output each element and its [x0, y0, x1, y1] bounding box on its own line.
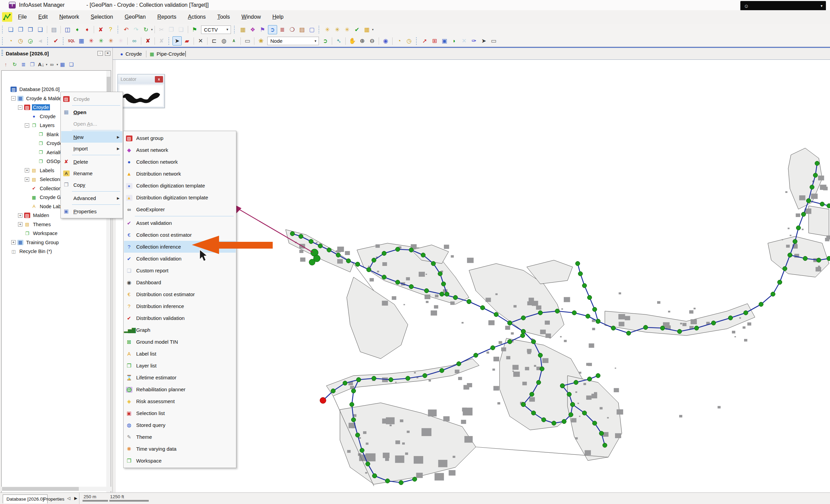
menu-item-collection-network[interactable]: ●Collection network [124, 156, 236, 168]
chevron-down-icon[interactable]: ▾ [57, 63, 58, 66]
toolbar-grip[interactable] [47, 37, 48, 45]
data-grid-button[interactable]: ▦ [77, 36, 86, 46]
menu-item-workspace[interactable]: ❐Workspace [124, 455, 236, 467]
validate-network-button[interactable]: ✔ [51, 36, 60, 46]
menu-item-collection-digitization-template[interactable]: ●Collection digitization template [124, 180, 236, 192]
menu-item-risk-assessment[interactable]: ◈Risk assessment [124, 395, 236, 407]
menu-file[interactable]: File [12, 12, 33, 22]
menu-item-delete[interactable]: ✘Delete [61, 156, 122, 167]
time-schedule-button[interactable]: ◷ [16, 36, 25, 46]
flag-tool-button[interactable]: ⚑ [190, 25, 199, 34]
new-profile-button[interactable]: ✳ [333, 25, 342, 34]
menu-reports[interactable]: Reports [151, 12, 182, 22]
doc-tab-pipe-croyde[interactable]: ▦Pipe-Croyde [147, 49, 190, 59]
collapse-icon[interactable]: − [25, 123, 29, 128]
calculator-button[interactable]: ▦ [238, 25, 248, 34]
toolbar-grip[interactable] [1, 26, 3, 33]
add-vertex-button[interactable]: ➤ [479, 36, 488, 46]
go-up-button[interactable]: ↑ [2, 60, 10, 69]
expand-icon[interactable]: + [11, 240, 16, 245]
select-fill-button[interactable]: ◍ [219, 36, 229, 46]
chevron-down-icon[interactable]: ▾ [372, 28, 374, 31]
digitise-flower-button[interactable]: ❀ [256, 36, 266, 46]
digitise-node-button[interactable]: ➲ [268, 25, 277, 34]
discard-changes-button[interactable]: ✘ [96, 25, 105, 34]
dimension-tool-button[interactable]: ▭ [489, 36, 498, 46]
menu-help[interactable]: Help [267, 12, 289, 22]
panel-close-button[interactable]: ✕ [105, 51, 110, 56]
save-button[interactable]: ◫ [63, 25, 72, 34]
menu-item-dashboard[interactable]: ◉Dashboard [124, 276, 236, 288]
menu-item-rehabilitation-planner[interactable]: ♎Rehabilitation planner [124, 383, 236, 395]
chevron-down-icon[interactable]: ▼ [312, 39, 319, 43]
select-crossing-button[interactable]: ✕ [196, 36, 205, 46]
menu-network[interactable]: Network [53, 12, 85, 22]
trace-faded-button[interactable]: ✳ [116, 36, 125, 46]
collapse-icon[interactable]: − [11, 96, 16, 101]
menu-item-properties[interactable]: ▣Properties [61, 205, 122, 217]
chevron-down-icon[interactable]: ▾ [46, 63, 48, 66]
new-trace-button[interactable]: ✳ [323, 25, 332, 34]
menu-item-asset-validation[interactable]: ✔Asset validation [124, 217, 236, 229]
toolbar-grip[interactable] [318, 26, 320, 33]
find-in-tree-button[interactable]: ∞ [48, 60, 56, 69]
edit-geometry-button[interactable]: ✑ [469, 36, 479, 46]
join-selection-button[interactable]: ∞ [130, 36, 139, 46]
locator-titlebar[interactable]: Locator x [118, 74, 164, 84]
menu-item-theme[interactable]: ✎Theme [124, 431, 236, 443]
menu-selection[interactable]: Selection [85, 12, 119, 22]
toolbar-grip[interactable] [117, 26, 119, 33]
close-icon[interactable]: x [155, 76, 163, 83]
menu-item-stored-query[interactable]: ◍Stored query [124, 419, 236, 431]
menu-item-ground-model-tin[interactable]: ⊠Ground model TIN [124, 336, 236, 348]
menu-window[interactable]: Window [236, 12, 267, 22]
tab-scroll-arrows[interactable]: ◁ ▶ [67, 496, 79, 501]
tree-horizontal-scrollbar[interactable] [1, 487, 111, 491]
menu-geoplan[interactable]: GeoPlan [119, 12, 151, 22]
locator-minimap[interactable] [120, 85, 163, 106]
new-grid-report-button[interactable]: ▦ [362, 25, 372, 34]
select-links-button[interactable]: ⊏ [210, 36, 219, 46]
help-button[interactable]: ? [106, 25, 115, 34]
menu-edit[interactable]: Edit [33, 12, 54, 22]
place-node-button[interactable]: ➲ [321, 36, 330, 46]
copy-button[interactable]: ❐ [167, 25, 176, 34]
properties-window-button[interactable]: ▢ [307, 25, 317, 34]
cut-button[interactable]: ✂ [157, 25, 166, 34]
status-tab-properties[interactable]: Properties [40, 494, 68, 503]
field-chooser-button[interactable]: ▤ [297, 25, 307, 34]
menu-item-copy[interactable]: ❐Copy [61, 179, 122, 191]
clear-selection-button[interactable]: ✘ [157, 36, 166, 46]
menu-item-distribution-digitization-template[interactable]: ▲Distribution digitization template [124, 192, 236, 203]
new-object-add-button[interactable]: ❐ [16, 25, 25, 34]
ellipse-select-button[interactable]: ◗ [450, 36, 459, 46]
print-button[interactable]: ▤ [49, 25, 58, 34]
menu-item-asset-group[interactable]: ▨Asset group [124, 132, 236, 144]
expand-icon[interactable]: + [25, 168, 29, 173]
doc-tab-croyde[interactable]: ●Croyde [118, 49, 145, 59]
expand-icon[interactable]: + [18, 222, 22, 227]
menu-item-layer-list[interactable]: ❐Layer list [124, 360, 236, 372]
menu-item-distribution-cost-estimator[interactable]: €Distribution cost estimator [124, 288, 236, 300]
window-select-cursor-button[interactable]: ▣ [440, 36, 449, 46]
trace-downstream-green-button[interactable]: ✳ [96, 36, 106, 46]
zoom-out-button[interactable]: ⊖ [367, 36, 377, 46]
toolbar-grip[interactable] [1, 37, 3, 45]
tree-item-themes[interactable]: +▤Themes [4, 220, 111, 229]
time-now-button[interactable]: ◔ [6, 36, 15, 46]
node-sequence-button[interactable]: ≣ [278, 25, 287, 34]
tree-item-training-group[interactable]: +▦Training Group [4, 238, 111, 247]
menu-item-distribution-inference[interactable]: ?Distribution inference [124, 300, 236, 312]
undo-button[interactable]: ↶ [122, 25, 131, 34]
delete-selection-button[interactable]: ✘ [143, 36, 152, 46]
menu-item-asset-network[interactable]: ◆Asset network [124, 144, 236, 156]
cancel-tool-button[interactable]: ✕ [459, 36, 469, 46]
menu-item-advanced[interactable]: Advanced▶ [61, 192, 122, 204]
tree-item-recycle-bin-[interactable]: ◫Recycle Bin (*) [4, 247, 111, 256]
menu-item-distribution-validation[interactable]: ✔Distribution validation [124, 312, 236, 324]
find-in-table-button[interactable]: ▦ [58, 60, 67, 69]
redo-button[interactable]: ↷ [131, 25, 141, 34]
trace-upstream-red-button[interactable]: ✳ [87, 36, 96, 46]
menu-item-graph[interactable]: ▂▅▇Graph [124, 324, 236, 336]
select-polygon-button[interactable]: ▰ [182, 36, 192, 46]
